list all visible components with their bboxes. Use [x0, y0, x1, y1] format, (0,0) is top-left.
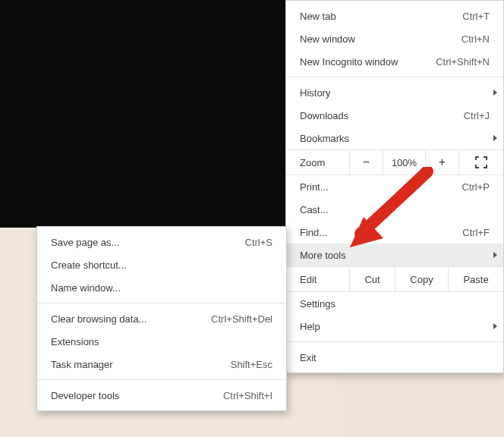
menu-shortcut: Ctrl+P — [447, 181, 490, 193]
menu-label: New window — [300, 33, 355, 45]
submenu-item-create-shortcut[interactable]: Create shortcut... — [37, 253, 286, 276]
menu-label: Name window... — [51, 282, 121, 294]
menu-label: Create shortcut... — [51, 259, 127, 271]
menu-label: Bookmarks — [300, 133, 349, 144]
menu-item-find[interactable]: Find... Ctrl+F — [286, 221, 503, 244]
menu-separator — [286, 341, 503, 342]
menu-label: New tab — [300, 11, 336, 22]
menu-label: Developer tools — [51, 390, 119, 401]
browser-main-menu: New tab Ctrl+T New window Ctrl+N New Inc… — [285, 0, 504, 373]
menu-shortcut: Ctrl+Shift+Del — [196, 313, 272, 325]
chevron-right-icon — [493, 135, 497, 141]
fullscreen-button[interactable] — [459, 150, 503, 174]
submenu-item-extensions[interactable]: Extensions — [37, 330, 286, 353]
menu-label: More tools — [300, 250, 346, 261]
edit-copy-button[interactable]: Copy — [395, 267, 449, 291]
menu-label: Settings — [300, 298, 335, 310]
menu-shortcut: Shift+Esc — [216, 359, 272, 370]
submenu-item-developer-tools[interactable]: Developer tools Ctrl+Shift+I — [37, 384, 286, 407]
menu-label: Downloads — [300, 110, 348, 121]
menu-zoom-row: Zoom − 100% + — [286, 149, 503, 175]
menu-shortcut: Ctrl+Shift+I — [208, 390, 272, 401]
edit-cut-button[interactable]: Cut — [350, 267, 395, 291]
menu-label: Exit — [300, 352, 317, 363]
menu-item-downloads[interactable]: Downloads Ctrl+J — [286, 104, 503, 127]
zoom-in-button[interactable]: + — [426, 150, 459, 174]
menu-shortcut: Ctrl+T — [447, 11, 490, 22]
edit-label: Edit — [286, 267, 350, 291]
submenu-item-name-window[interactable]: Name window... — [37, 276, 286, 299]
menu-shortcut: Ctrl+F — [447, 227, 490, 238]
menu-shortcut: Ctrl+Shift+N — [421, 56, 490, 68]
submenu-item-save-page-as[interactable]: Save page as... Ctrl+S — [37, 231, 286, 253]
fullscreen-icon — [475, 156, 487, 168]
menu-item-new-tab[interactable]: New tab Ctrl+T — [286, 5, 503, 27]
more-tools-submenu: Save page as... Ctrl+S Create shortcut..… — [36, 226, 287, 411]
edit-paste-button[interactable]: Paste — [449, 267, 503, 291]
menu-item-help[interactable]: Help — [286, 315, 503, 338]
chevron-right-icon — [493, 90, 497, 96]
menu-separator — [286, 77, 503, 77]
menu-item-print[interactable]: Print... Ctrl+P — [286, 175, 503, 198]
zoom-level: 100% — [383, 150, 426, 174]
zoom-label: Zoom — [286, 150, 350, 174]
submenu-item-clear-browsing-data[interactable]: Clear browsing data... Ctrl+Shift+Del — [37, 307, 286, 330]
menu-item-settings[interactable]: Settings — [286, 292, 503, 315]
page-dark-area — [0, 0, 300, 228]
menu-shortcut: Ctrl+N — [446, 33, 490, 45]
menu-item-cast[interactable]: Cast... — [286, 198, 503, 221]
menu-label: Save page as... — [51, 237, 119, 248]
menu-separator — [37, 379, 286, 380]
menu-item-bookmarks[interactable]: Bookmarks — [286, 127, 503, 149]
menu-label: Find... — [300, 227, 327, 238]
menu-label: Extensions — [51, 336, 99, 347]
menu-item-history[interactable]: History — [286, 81, 503, 104]
menu-edit-row: Edit Cut Copy Paste — [286, 266, 503, 292]
menu-shortcut: Ctrl+J — [449, 110, 490, 121]
zoom-out-button[interactable]: − — [350, 150, 383, 174]
menu-separator — [37, 303, 286, 303]
menu-label: History — [300, 87, 330, 99]
menu-item-more-tools[interactable]: More tools — [286, 244, 503, 266]
menu-label: Cast... — [300, 204, 329, 215]
menu-shortcut: Ctrl+S — [230, 237, 272, 248]
chevron-right-icon — [493, 252, 497, 258]
menu-label: Clear browsing data... — [51, 313, 146, 325]
menu-item-new-incognito[interactable]: New Incognito window Ctrl+Shift+N — [286, 50, 503, 73]
chevron-right-icon — [493, 323, 497, 329]
submenu-item-task-manager[interactable]: Task manager Shift+Esc — [37, 353, 286, 376]
menu-item-new-window[interactable]: New window Ctrl+N — [286, 27, 503, 50]
menu-label: Print... — [300, 181, 329, 193]
menu-label: Task manager — [51, 359, 113, 370]
menu-label: Help — [300, 321, 320, 332]
menu-item-exit[interactable]: Exit — [286, 346, 503, 369]
menu-label: New Incognito window — [300, 56, 398, 68]
